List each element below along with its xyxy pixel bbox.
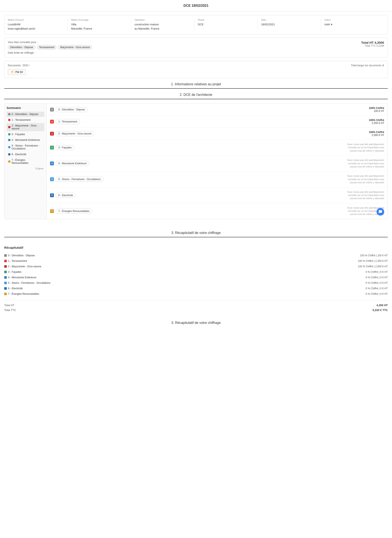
recap-name-0: 0 - Démolition - Dépose bbox=[8, 254, 35, 257]
lot7-name: 7 - Énergies Renouvelables bbox=[12, 158, 43, 164]
page-title: DCE 18/02/2021 bbox=[183, 4, 209, 7]
operation-value: construction maisonau Marseille, France bbox=[135, 22, 191, 31]
recap-title: Récapitulatif bbox=[4, 246, 388, 249]
phase-col: Phase DCE bbox=[194, 19, 258, 31]
tag-maconnerie: Maçonnerie - Gros-oeuvre bbox=[58, 45, 92, 50]
indice-dropdown-icon[interactable]: ▾ bbox=[331, 22, 332, 27]
lot6-tag: 6 - Electricité bbox=[56, 193, 76, 198]
lot3-tag: 3 - Façades bbox=[56, 145, 74, 150]
indice-label: Indice bbox=[324, 19, 381, 21]
consultation-left: Vous êtes consultés pour : Démolition - … bbox=[8, 41, 92, 54]
sidebar-item-lot2[interactable]: 2 - Maçonnerie - Gros-oeuvre bbox=[7, 123, 44, 131]
btn-par-lot[interactable]: 📁 Par lot bbox=[8, 69, 26, 75]
dce-sidebar-title: Sommaire bbox=[7, 106, 44, 110]
lot7-tag: 7 - Énergies Renouvelables bbox=[56, 209, 92, 214]
download-icon: ⬇ bbox=[382, 64, 384, 67]
recap-row-4: 4 - Menuiserie Extérieure 0 % Chiffré | … bbox=[4, 275, 388, 280]
recap-row4-left: 4 - Menuiserie Extérieure bbox=[4, 276, 36, 279]
lot1-name: 1 - Terrassement bbox=[12, 118, 31, 121]
lot-row-4[interactable]: 4 4 - Menuiserie Extérieure Vous n'avez … bbox=[47, 156, 387, 172]
lot4-not-consulted: Vous n'avez pas été spécifiquement consu… bbox=[342, 158, 384, 168]
lot2-name: 2 - Maçonnerie - Gros-oeuvre bbox=[12, 124, 43, 130]
recap-row-2: 2 - Maçonnerie - Gros-oeuvre 100 % Chiff… bbox=[4, 264, 388, 269]
chat-icon bbox=[378, 210, 382, 214]
recap-total-ht-label: Total HT bbox=[4, 304, 14, 307]
lot-row-7[interactable]: 7 7 - Énergies Renouvelables Vous n'avez… bbox=[47, 203, 387, 219]
lot6-not-consulted: Vous n'avez pas été spécifiquement consu… bbox=[342, 190, 384, 200]
lot3-badge: 3 bbox=[50, 146, 54, 149]
date-col: Date 18/02/2021 bbox=[258, 19, 321, 31]
sidebar-item-lot1[interactable]: 1 - Terrassement bbox=[7, 117, 44, 122]
lot3-name: 3 - Façades bbox=[12, 133, 25, 136]
lot-row-0[interactable]: 0 0 - Démolition - Dépose 100% Chiffré 1… bbox=[47, 104, 387, 116]
lot2-pct: 100% Chiffré bbox=[369, 131, 384, 134]
lot0-tag: 0 - Démolition - Dépose bbox=[56, 107, 88, 112]
section1-title: 1. Informations relatives au projet bbox=[0, 82, 392, 86]
recap-row7-left: 7 - Énergies Renouvelables bbox=[4, 292, 39, 295]
total-ttc: Total TTC 5,220€ bbox=[361, 44, 384, 47]
recap-row6-left: 6 - Electricité bbox=[4, 287, 23, 290]
sidebar-item-lot5[interactable]: 5 - Stores - Fermetures - Occultations bbox=[7, 143, 44, 151]
total-ht: Total HT 4,350€ bbox=[361, 41, 384, 44]
maitre-ouvrage-col: Maître d'ouvrage VillaMarseille, France bbox=[68, 19, 131, 31]
lot5-not-consulted: Vous n'avez pas été spécifiquement consu… bbox=[342, 174, 384, 184]
lot1-badge: 1 bbox=[50, 120, 54, 124]
lot-row-2[interactable]: 2 2 - Maçonnerie - Gros-oeuvre 100% Chif… bbox=[47, 128, 387, 140]
recap-value-2: 100 % Chiffré | 2,000 € HT bbox=[358, 265, 388, 268]
date-value: 18/02/2021 bbox=[261, 22, 317, 27]
sidebar-item-lot4[interactable]: 4 - Menuiserie Extérieure bbox=[7, 137, 44, 143]
indice-value: IndA ▾ bbox=[324, 22, 381, 27]
dce-container: Sommaire 0 - Démolition - Dépose 1 - Ter… bbox=[4, 103, 388, 219]
lot3-not-consulted: Vous n'avez pas été spécifiquement consu… bbox=[342, 143, 384, 153]
lot-row-6[interactable]: 6 6 - Electricité Vous n'avez pas été sp… bbox=[47, 187, 387, 203]
consultation-tags: Démolition - Dépose Terrassement Maçonne… bbox=[8, 45, 92, 50]
recap-value-5: 0 % Chiffré | 0 € HT bbox=[366, 282, 388, 284]
documents-section: Documents : DCE / Télécharger les docume… bbox=[4, 61, 388, 78]
docs-header: Documents : DCE / Télécharger les docume… bbox=[8, 64, 384, 67]
folder-icon: 📁 bbox=[11, 70, 14, 74]
lot0-dot bbox=[8, 113, 10, 115]
recap-row0-left: 0 - Démolition - Dépose bbox=[4, 254, 35, 257]
recap-total-ttc-label: Total TTC bbox=[4, 308, 16, 312]
lot-row-1[interactable]: 1 1 - Terrassement 100% Chiffré 2,250 € … bbox=[47, 116, 387, 128]
lot7-badge: 7 bbox=[50, 209, 54, 213]
phase-label: Phase bbox=[198, 19, 254, 21]
tag-demolition: Démolition - Dépose bbox=[8, 45, 36, 50]
recap-row-0: 0 - Démolition - Dépose 100 % Chiffré | … bbox=[4, 253, 388, 258]
recap-total-ht-row: Total HT 4,350 HT bbox=[4, 303, 388, 308]
lot-row-3[interactable]: 3 3 - Façades Vous n'avez pas été spécif… bbox=[47, 140, 387, 156]
sidebar-item-lot7[interactable]: 7 - Énergies Renouvelables bbox=[7, 158, 44, 166]
lot-row-5[interactable]: 5 5 - Stores - Fermetures - Occultations… bbox=[47, 172, 387, 187]
sidebar-item-lot0[interactable]: 0 - Démolition - Dépose bbox=[7, 112, 44, 117]
recap-total-ttc-row: Total TTC 5,220 € TTC bbox=[4, 308, 388, 312]
recap-row-6: 6 - Electricité 0 % Chiffré | 0 € HT bbox=[4, 286, 388, 291]
section2-title: 2. DCE de l'architecte bbox=[0, 93, 392, 97]
section3-divider bbox=[4, 237, 388, 237]
docs-download-button[interactable]: Télécharger les documents ⬇ bbox=[351, 64, 384, 67]
recap-name-7: 7 - Énergies Renouvelables bbox=[8, 292, 39, 295]
recap-name-3: 3 - Façades bbox=[8, 270, 21, 274]
lot5-left: 5 5 - Stores - Fermetures - Occultations bbox=[50, 177, 103, 182]
maitre-ouvrage-label: Maître d'ouvrage bbox=[71, 19, 128, 21]
project-info-card: Maître d'oeuvre LouisBAM louis+aglo@bam.… bbox=[4, 15, 388, 34]
maitre-oeuvre-label: Maître d'oeuvre bbox=[8, 19, 64, 21]
recap-name-1: 1 - Terrassement bbox=[8, 260, 27, 262]
lot2-amount: 2,000 € HT bbox=[369, 134, 384, 137]
consultation-right: Total HT 4,350€ Total TTC 5,220€ bbox=[361, 41, 384, 47]
maitre-ouvrage-value: VillaMarseille, France bbox=[71, 22, 128, 31]
chat-fab-button[interactable] bbox=[377, 208, 384, 216]
recap-dot-7 bbox=[4, 293, 7, 295]
lot0-amount: 100 € HT bbox=[369, 110, 384, 112]
lot5-name: 5 - Stores - Fermetures - Occultations bbox=[12, 144, 43, 150]
sidebar-item-lot3[interactable]: 3 - Façades bbox=[7, 132, 44, 137]
lot2-dot bbox=[8, 126, 10, 128]
recap-total-ttc-value: 5,220 € TTC bbox=[373, 308, 388, 312]
recap-row-5: 5 - Stores - Fermetures - Occultations 0… bbox=[4, 280, 388, 286]
dce-sidebar: Sommaire 0 - Démolition - Dépose 1 - Ter… bbox=[5, 104, 47, 219]
recap-name-2: 2 - Maçonnerie - Gros-oeuvre bbox=[8, 265, 41, 268]
lot3-right: Vous n'avez pas été spécifiquement consu… bbox=[342, 143, 384, 153]
sidebar-item-lot6[interactable]: 6 - Electricité bbox=[7, 152, 44, 157]
recap-dot-5 bbox=[4, 282, 7, 284]
lot6-left: 6 6 - Electricité bbox=[50, 193, 76, 198]
recap-value-6: 0 % Chiffré | 0 € HT bbox=[366, 287, 388, 290]
